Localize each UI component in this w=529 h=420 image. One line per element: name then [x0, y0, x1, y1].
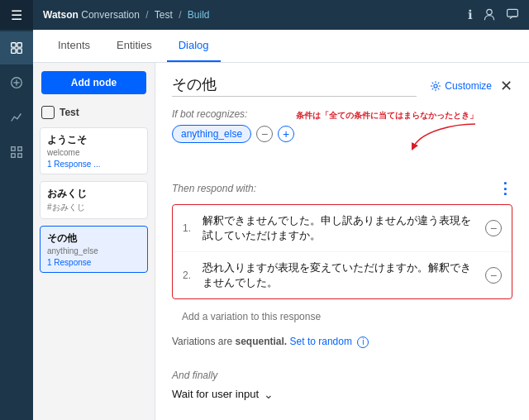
breadcrumb-build: Build	[188, 9, 210, 21]
svg-rect-8	[18, 147, 22, 151]
add-node-button[interactable]: Add node	[41, 71, 146, 94]
nav-item-analytics[interactable]	[0, 101, 33, 134]
info-icon[interactable]: ℹ	[468, 7, 473, 22]
node-response-sonohoka: 1 Response	[47, 258, 141, 267]
detail-title: その他	[172, 74, 417, 97]
response-text-1: 解釈できませんでした。申し訳ありませんが違う表現を試していただけますか。	[203, 213, 479, 243]
svg-point-11	[487, 9, 492, 14]
nav-top: ☰	[0, 0, 33, 30]
circle-icon	[9, 75, 24, 90]
user-icon[interactable]	[483, 7, 496, 23]
node-card-welcome[interactable]: ようこそ welcome 1 Response ...	[40, 127, 148, 174]
breadcrumb: Watson Conversation / Test / Build	[43, 9, 210, 21]
response-remove-button-1[interactable]: −	[485, 220, 502, 236]
detail-header-actions: Customize ✕	[430, 77, 512, 95]
chat-icon[interactable]	[506, 7, 519, 23]
test-section-label: Test	[33, 101, 155, 124]
variations-text: Variations are	[172, 336, 232, 347]
and-finally-label: And finally	[172, 370, 512, 381]
breadcrumb-test: Test	[155, 9, 173, 21]
annotation-text: 条件は「全ての条件に当てはまらなかったとき」	[294, 110, 479, 122]
set-to-random-link[interactable]: Set to random	[290, 336, 352, 347]
add-variation-link[interactable]: Add a variation to this response	[172, 306, 512, 327]
analytics-icon	[9, 110, 24, 125]
more-options-button[interactable]: ⋮	[498, 179, 512, 198]
gear-icon	[430, 80, 441, 92]
svg-rect-1	[17, 43, 21, 47]
info-tooltip-icon[interactable]: i	[357, 336, 369, 348]
tab-entities[interactable]: Entities	[105, 30, 164, 62]
node-card-sonoHoka[interactable]: その他 anything_else 1 Response	[40, 226, 148, 273]
nav-item-circle[interactable]	[0, 66, 33, 99]
condition-add-button[interactable]: +	[278, 126, 294, 142]
close-button[interactable]: ✕	[500, 77, 512, 95]
detail-header: その他 Customize ✕	[172, 74, 512, 97]
nav-item-tools[interactable]	[0, 31, 33, 64]
svg-rect-9	[12, 154, 16, 158]
svg-point-13	[434, 84, 437, 87]
brand-name: Watson	[43, 9, 79, 21]
left-panel: Add node Test ようこそ welcome 1 Response ..…	[33, 63, 155, 420]
grid-icon	[9, 145, 24, 160]
response-num-1: 1.	[183, 222, 196, 234]
response-box: 1. 解釈できませんでした。申し訳ありませんが違う表現を試していただけますか。 …	[172, 204, 512, 299]
annotation-container: 条件は「全ての条件に当てはまらなかったとき」	[294, 110, 479, 150]
nav-item-grid[interactable]	[0, 136, 33, 169]
svg-rect-3	[17, 49, 21, 53]
tab-intents[interactable]: Intents	[46, 30, 102, 62]
node-title-sonohoka: その他	[47, 231, 141, 246]
response-text-2: 恐れ入りますが表現を変えていただけますか。解釈できませんでした。	[203, 260, 479, 290]
svg-rect-2	[12, 49, 16, 53]
response-num-2: 2.	[183, 270, 196, 281]
sep2: /	[179, 9, 181, 21]
header-actions: ℹ	[468, 7, 519, 23]
wait-for-input-text: Wait for user input	[172, 388, 259, 400]
header: Watson Conversation / Test / Build ℹ	[33, 0, 529, 30]
svg-rect-10	[18, 154, 22, 158]
variations-note: Variations are sequential. Set to random…	[172, 336, 512, 348]
content-area: Add node Test ようこそ welcome 1 Response ..…	[33, 63, 529, 420]
sep1: /	[145, 9, 148, 21]
respond-header: Then respond with: ⋮	[172, 179, 512, 198]
node-title-omikuji: おみくじ	[47, 187, 141, 201]
svg-rect-7	[12, 147, 16, 151]
node-response-welcome: 1 Response ...	[47, 160, 141, 169]
node-card-omikuji[interactable]: おみくじ #おみくじ	[40, 181, 148, 219]
response-remove-button-2[interactable]: −	[485, 267, 502, 284]
detail-panel: その他 Customize ✕ If bot recognizes:	[155, 63, 529, 420]
node-sub-sonohoka: anything_else	[47, 246, 141, 255]
annotation-arrow	[405, 122, 479, 150]
hamburger-icon[interactable]: ☰	[11, 7, 22, 23]
then-respond-label: Then respond with:	[172, 183, 256, 194]
breadcrumb-middle: Conversation	[81, 9, 140, 21]
chevron-down-icon: ⌄	[264, 388, 274, 401]
node-title-welcome: ようこそ	[47, 133, 141, 147]
tab-dialog[interactable]: Dialog	[167, 30, 221, 62]
variations-bold: sequential.	[236, 336, 288, 347]
svg-rect-0	[12, 43, 16, 47]
wait-for-input-selector[interactable]: Wait for user input ⌄	[172, 388, 512, 401]
svg-rect-12	[508, 9, 518, 17]
bubble-icon	[41, 106, 55, 119]
condition-remove-button[interactable]: −	[256, 126, 273, 142]
and-finally-section: And finally Wait for user input ⌄	[172, 370, 512, 401]
response-item-1: 1. 解釈できませんでした。申し訳ありませんが違う表現を試していただけますか。 …	[173, 205, 512, 252]
condition-area: 条件は「全ての条件に当てはまらなかったとき」 anything_else − +	[172, 125, 512, 146]
tools-icon	[9, 41, 24, 55]
left-nav: ☰	[0, 0, 33, 420]
node-sub-welcome: welcome	[47, 148, 141, 157]
response-item-2: 2. 恐れ入りますが表現を変えていただけますか。解釈できませんでした。 −	[173, 252, 512, 298]
tab-bar: Intents Entities Dialog	[33, 30, 529, 63]
main-area: Watson Conversation / Test / Build ℹ Int…	[33, 0, 529, 420]
node-sub-omikuji: #おみくじ	[47, 202, 141, 213]
customize-button[interactable]: Customize	[430, 80, 492, 92]
condition-tag: anything_else	[172, 125, 251, 143]
